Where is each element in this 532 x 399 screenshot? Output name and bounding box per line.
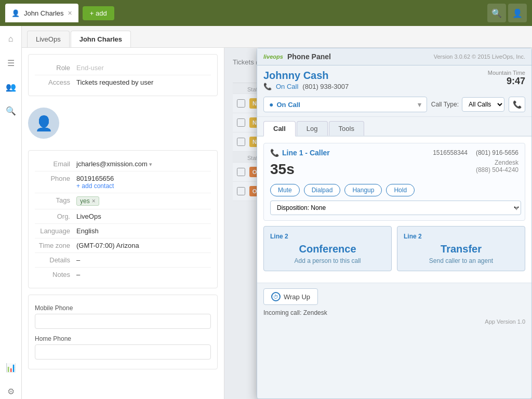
line1-extra: Zendesk (888) 504-4240 bbox=[476, 159, 518, 174]
status-dropdown-label: On Call bbox=[276, 101, 300, 109]
tab-call[interactable]: Call bbox=[263, 121, 296, 137]
phone-panel-header: liveops Phone Panel Version 3.0.62 © 201… bbox=[257, 48, 531, 65]
time-value: 9:47 bbox=[488, 76, 525, 87]
role-value: End-user bbox=[76, 64, 104, 72]
phone-panel-bottom: ⏱ Wrap Up Incoming call: Zendesk App Ver… bbox=[257, 283, 531, 330]
user-icon: 👤 bbox=[11, 9, 20, 17]
line2-transfer-box[interactable]: Line 2 Transfer Send caller to an agent bbox=[397, 226, 525, 271]
dropdown-arrow: ▾ bbox=[418, 101, 421, 109]
role-label: Role bbox=[35, 64, 76, 72]
phone-panel-window: liveops Phone Panel Version 3.0.62 © 201… bbox=[257, 48, 532, 399]
details-value: – bbox=[76, 256, 80, 264]
timezone-label: Time zone bbox=[35, 242, 76, 249]
dialpad-button[interactable]: Dialpad bbox=[304, 184, 341, 196]
tab-john-charles[interactable]: 👤 John Charles × bbox=[5, 4, 78, 22]
call-panel-content: 📞 Line 1 - Caller 1516558344 (801) 916-5… bbox=[257, 137, 531, 283]
access-value: Tickets requested by user bbox=[76, 78, 153, 86]
phone-label: Phone bbox=[35, 175, 76, 190]
panel-tabs: Call Log Tools bbox=[257, 117, 531, 137]
line2-conference-desc: Add a person to this call bbox=[270, 257, 385, 264]
caller-number: (801) 938-3007 bbox=[302, 83, 349, 90]
line2-transfer-label: Line 2 bbox=[404, 233, 518, 240]
email-row: Email jcharles@xmission.com ▾ bbox=[35, 157, 211, 171]
line1-header: 📞 Line 1 - Caller 1516558344 (801) 916-5… bbox=[270, 149, 518, 157]
phone-panel-version: Version 3.0.62 © 2015 LiveOps, Inc. bbox=[434, 54, 525, 60]
sidebar-item-settings[interactable]: ⚙ bbox=[3, 383, 19, 399]
access-label: Access bbox=[35, 78, 76, 86]
line1-section: 📞 Line 1 - Caller 1516558344 (801) 916-5… bbox=[263, 143, 525, 221]
line2-conference-title: Conference bbox=[270, 243, 385, 255]
time-zone-label: Mountain Time bbox=[488, 70, 525, 76]
phone-btn[interactable]: 📞 bbox=[509, 97, 525, 112]
mobile-phone-input[interactable] bbox=[35, 314, 211, 329]
hangup-button[interactable]: Hangup bbox=[344, 184, 382, 196]
tags-label: Tags bbox=[35, 196, 76, 206]
notes-row: Notes – bbox=[35, 268, 211, 282]
line2-conference-box[interactable]: Line 2 Conference Add a person to this c… bbox=[263, 226, 392, 271]
email-label: Email bbox=[35, 160, 76, 168]
language-value: English bbox=[76, 227, 99, 235]
mobile-phone-label: Mobile Phone bbox=[35, 304, 211, 312]
main-area: Tickets (... Requeste... Status: Ne... N… bbox=[224, 48, 532, 399]
timezone-value: (GMT-07:00) Arizona bbox=[76, 242, 139, 249]
tab-tools[interactable]: Tools bbox=[329, 121, 364, 136]
notes-label: Notes bbox=[35, 271, 76, 278]
disposition-select[interactable]: Disposition: None bbox=[270, 201, 521, 215]
liveops-logo: liveops bbox=[263, 54, 283, 60]
home-phone-label: Home Phone bbox=[35, 335, 211, 342]
tab-log[interactable]: Log bbox=[297, 121, 328, 136]
sidebar-item-search[interactable]: 🔍 bbox=[3, 103, 19, 118]
details-row: Details – bbox=[35, 253, 211, 268]
search-icon-btn[interactable]: 🔍 bbox=[487, 4, 506, 22]
add-contact-link[interactable]: + add contact bbox=[76, 182, 114, 190]
hold-button[interactable]: Hold bbox=[386, 184, 415, 196]
add-button[interactable]: + add bbox=[83, 6, 114, 20]
line1-number1: 1516558344 bbox=[433, 149, 468, 156]
phone-icon: 📞 bbox=[263, 83, 272, 90]
sidebar-item-chart[interactable]: 📊 bbox=[3, 360, 19, 375]
tab-john-charles-main[interactable]: John Charles bbox=[71, 31, 131, 47]
line2-conference-label: Line 2 bbox=[270, 233, 385, 240]
call-type-label: Call Type: bbox=[431, 101, 459, 108]
call-type-select[interactable]: All Calls bbox=[462, 97, 504, 112]
phone-panel-title: Phone Panel bbox=[287, 52, 331, 61]
mute-button[interactable]: Mute bbox=[270, 184, 300, 196]
page-content: Role End-user Access Tickets requested b… bbox=[22, 48, 532, 399]
line1-timer: 35s bbox=[270, 159, 295, 180]
line2-transfer-title: Transfer bbox=[404, 243, 518, 255]
sidebar-item-home[interactable]: ⌂ bbox=[3, 31, 19, 47]
status-dropdown[interactable]: ● On Call ▾ bbox=[263, 97, 427, 112]
language-label: Language bbox=[35, 227, 76, 235]
email-value: jcharles@xmission.com ▾ bbox=[76, 160, 152, 168]
user-detail-panel: Role End-user Access Tickets requested b… bbox=[22, 48, 224, 399]
phone-panel-overlay: liveops Phone Panel Version 3.0.62 © 201… bbox=[224, 48, 532, 399]
role-access-card: Role End-user Access Tickets requested b… bbox=[28, 54, 218, 96]
app-version: App Version 1.0 bbox=[263, 318, 525, 325]
main-layout: ⌂ ☰ 👥 🔍 📊 ⚙ LiveOps John Charles Role En… bbox=[0, 26, 532, 399]
phone-row: Phone 8019165656 + add contact bbox=[35, 171, 211, 193]
user-profile-icon-btn[interactable]: 👤 bbox=[508, 4, 527, 22]
home-phone-input[interactable] bbox=[35, 344, 211, 360]
line1-number2: (801) 916-5656 bbox=[476, 149, 518, 156]
sidebar-item-users[interactable]: 👥 bbox=[3, 79, 19, 95]
tab-label: John Charles bbox=[24, 9, 64, 17]
controls-row: ● On Call ▾ Call Type: All Calls 📞 bbox=[257, 92, 531, 117]
org-value: LiveOps bbox=[76, 212, 101, 220]
wrap-up-button[interactable]: ⏱ Wrap Up bbox=[263, 288, 318, 305]
on-call-status: On Call bbox=[276, 83, 298, 90]
caller-status-row: 📞 On Call (801) 938-3007 bbox=[263, 83, 349, 90]
phone-fields-card: Mobile Phone Home Phone bbox=[28, 295, 218, 369]
sidebar-icons: ⌂ ☰ 👥 🔍 📊 ⚙ bbox=[0, 26, 22, 399]
contact-details-card: Email jcharles@xmission.com ▾ Phone 8019… bbox=[28, 150, 218, 288]
close-tab-button[interactable]: × bbox=[68, 9, 72, 17]
line2-transfer-desc: Send caller to an agent bbox=[404, 257, 518, 264]
disposition-row: Disposition: None ▾ bbox=[270, 201, 518, 215]
sidebar-item-list[interactable]: ☰ bbox=[3, 55, 19, 71]
tags-value: yes × bbox=[76, 196, 99, 206]
notes-value: – bbox=[76, 271, 80, 278]
timer-row: 35s Zendesk (888) 504-4240 bbox=[270, 159, 518, 180]
language-row: Language English bbox=[35, 224, 211, 238]
tab-liveops[interactable]: LiveOps bbox=[27, 31, 70, 47]
phone-line-icon: 📞 bbox=[270, 149, 279, 157]
tag-yes: yes × bbox=[76, 196, 99, 206]
